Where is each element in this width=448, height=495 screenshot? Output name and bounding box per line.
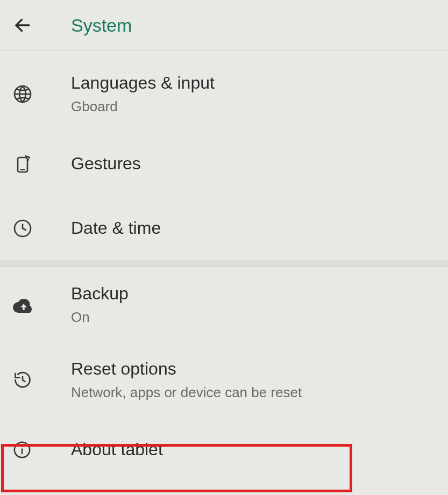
item-title: Gestures: [71, 153, 141, 175]
item-gestures[interactable]: Gestures: [0, 132, 448, 196]
svg-point-8: [22, 446, 23, 447]
info-icon: [13, 441, 71, 459]
item-text: Reset options Network, apps or device ca…: [71, 358, 302, 401]
cloud-backup-icon: [13, 297, 71, 313]
settings-list: Languages & input Gboard Gestures Dat: [0, 51, 448, 482]
item-text: Gestures: [71, 153, 141, 175]
item-text: Backup On: [71, 283, 129, 326]
item-text: Languages & input Gboard: [71, 72, 215, 116]
item-text: About tablet: [71, 439, 163, 461]
gestures-icon: [13, 154, 71, 174]
back-arrow-icon[interactable]: [13, 16, 32, 35]
page-title: System: [71, 15, 132, 36]
item-reset-options[interactable]: Reset options Network, apps or device ca…: [0, 342, 448, 418]
item-title: Date & time: [71, 217, 161, 240]
item-subtitle: Network, apps or device can be reset: [71, 384, 302, 402]
item-backup[interactable]: Backup On: [0, 267, 448, 342]
item-text: Date & time: [71, 217, 161, 240]
item-about-tablet[interactable]: About tablet: [0, 418, 448, 482]
item-title: Languages & input: [71, 72, 215, 95]
item-title: Reset options: [71, 358, 302, 381]
section-divider: [0, 261, 448, 267]
restore-icon: [13, 370, 71, 390]
globe-icon: [13, 84, 71, 104]
item-subtitle: Gboard: [71, 98, 215, 116]
item-languages-input[interactable]: Languages & input Gboard: [0, 56, 448, 132]
item-title: About tablet: [71, 439, 163, 461]
item-title: Backup: [71, 283, 129, 305]
clock-icon: [13, 219, 71, 238]
header: System: [0, 0, 448, 51]
item-subtitle: On: [71, 309, 129, 327]
item-date-time[interactable]: Date & time: [0, 196, 448, 261]
